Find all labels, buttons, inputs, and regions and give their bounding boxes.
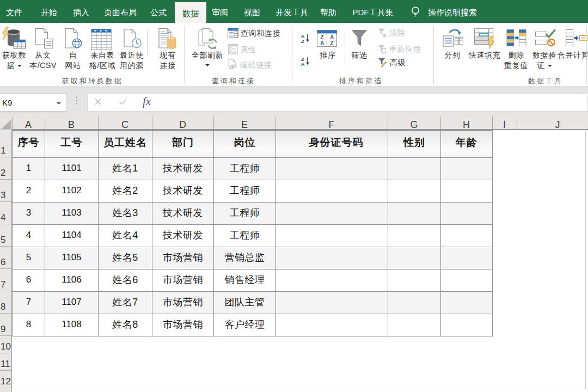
- svg-text:A: A: [320, 40, 324, 46]
- svg-text:Z: Z: [330, 40, 333, 46]
- svg-text:A: A: [330, 34, 334, 40]
- svg-text:A: A: [301, 61, 305, 66]
- svg-text:Z: Z: [301, 38, 304, 44]
- svg-text:Z: Z: [320, 34, 323, 40]
